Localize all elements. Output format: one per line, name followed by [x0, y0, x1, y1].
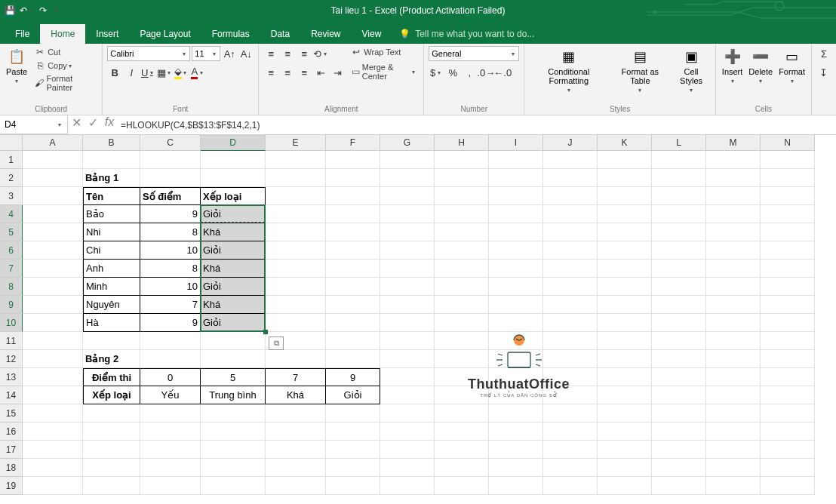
col-header-B[interactable]: B: [83, 135, 140, 151]
cell-I1[interactable]: [489, 151, 543, 169]
fill-color-button[interactable]: ⬙▾: [174, 65, 189, 80]
cell-I8[interactable]: [489, 278, 543, 296]
select-all-triangle[interactable]: [0, 135, 23, 151]
row-header-12[interactable]: 12: [0, 350, 23, 368]
row-header-6[interactable]: 6: [0, 241, 23, 260]
cell-B3[interactable]: Tên: [83, 187, 140, 205]
tab-view[interactable]: View: [352, 24, 392, 44]
cell-N19[interactable]: [761, 477, 815, 495]
tab-review[interactable]: Review: [300, 24, 351, 44]
copy-button[interactable]: ⎘Copy▾: [32, 60, 97, 72]
cell-B16[interactable]: [83, 423, 140, 441]
cell-A10[interactable]: [23, 314, 83, 332]
cell-H17[interactable]: [435, 441, 489, 459]
cell-B8[interactable]: Minh: [83, 278, 140, 296]
cell-I16[interactable]: [489, 423, 543, 441]
cell-M1[interactable]: [706, 151, 761, 169]
col-header-N[interactable]: N: [761, 135, 815, 151]
column-headers[interactable]: ABCDEFGHIJKLMN: [23, 135, 815, 151]
cell-C12[interactable]: [140, 350, 201, 368]
row-header-15[interactable]: 15: [0, 404, 23, 423]
cell-L1[interactable]: [652, 151, 706, 169]
cell-C16[interactable]: [140, 423, 201, 441]
col-header-I[interactable]: I: [489, 135, 543, 151]
cell-J5[interactable]: [543, 223, 598, 241]
row-header-2[interactable]: 2: [0, 169, 23, 187]
cell-A3[interactable]: [23, 187, 83, 205]
enter-icon[interactable]: ✓: [85, 115, 101, 134]
cell-D14[interactable]: Trung bình: [201, 386, 266, 404]
tab-home[interactable]: Home: [40, 24, 85, 44]
cell-G2[interactable]: [380, 169, 435, 187]
font-name-select[interactable]: Calibri▾: [107, 46, 190, 61]
cell-C14[interactable]: Yếu: [140, 386, 201, 404]
cell-A14[interactable]: [23, 386, 83, 404]
cell-C19[interactable]: [140, 477, 201, 495]
decrease-font-icon[interactable]: A↓: [238, 46, 254, 61]
cell-G11[interactable]: [380, 332, 435, 350]
cell-G16[interactable]: [380, 423, 435, 441]
cell-L4[interactable]: [652, 205, 706, 223]
cell-C5[interactable]: 8: [140, 223, 201, 241]
row-header-14[interactable]: 14: [0, 386, 23, 404]
cell-H8[interactable]: [435, 278, 489, 296]
cell-C18[interactable]: [140, 459, 201, 477]
cell-H12[interactable]: [435, 350, 489, 368]
cell-N12[interactable]: [761, 350, 815, 368]
cell-K3[interactable]: [598, 187, 652, 205]
font-size-select[interactable]: 11▾: [192, 46, 220, 61]
cell-M16[interactable]: [706, 423, 761, 441]
cell-I9[interactable]: [489, 296, 543, 314]
cell-K18[interactable]: [598, 459, 652, 477]
cell-H6[interactable]: [435, 241, 489, 260]
cell-M9[interactable]: [706, 296, 761, 314]
cell-H3[interactable]: [435, 187, 489, 205]
cell-I7[interactable]: [489, 260, 543, 278]
cell-D5[interactable]: Khá: [201, 223, 266, 241]
cell-J3[interactable]: [543, 187, 598, 205]
col-header-D[interactable]: D: [201, 135, 266, 151]
align-middle-icon[interactable]: ≡: [280, 46, 295, 61]
cell-I11[interactable]: [489, 332, 543, 350]
cell-F18[interactable]: [326, 459, 380, 477]
cell-B15[interactable]: [83, 404, 140, 423]
cell-J19[interactable]: [543, 477, 598, 495]
redo-icon[interactable]: ↷: [36, 4, 50, 17]
cell-N6[interactable]: [761, 241, 815, 260]
cell-D2[interactable]: [201, 169, 266, 187]
cell-I4[interactable]: [489, 205, 543, 223]
cell-B10[interactable]: Hà: [83, 314, 140, 332]
cell-N18[interactable]: [761, 459, 815, 477]
cell-D12[interactable]: [201, 350, 266, 368]
cell-D17[interactable]: [201, 441, 266, 459]
cell-L13[interactable]: [652, 368, 706, 386]
cell-E8[interactable]: [266, 278, 326, 296]
cell-C10[interactable]: 9: [140, 314, 201, 332]
tab-page-layout[interactable]: Page Layout: [129, 24, 201, 44]
cell-M8[interactable]: [706, 278, 761, 296]
cell-I17[interactable]: [489, 441, 543, 459]
row-headers[interactable]: 12345678910111213141516171819: [0, 151, 23, 495]
cell-M6[interactable]: [706, 241, 761, 260]
cell-C2[interactable]: [140, 169, 201, 187]
cell-G12[interactable]: [380, 350, 435, 368]
cell-M15[interactable]: [706, 404, 761, 423]
row-header-4[interactable]: 4: [0, 205, 23, 223]
cell-J13[interactable]: [543, 368, 598, 386]
cell-N17[interactable]: [761, 441, 815, 459]
cell-I6[interactable]: [489, 241, 543, 260]
col-header-M[interactable]: M: [706, 135, 761, 151]
border-button[interactable]: ▦▾: [157, 65, 172, 80]
cell-K10[interactable]: [598, 314, 652, 332]
cell-I15[interactable]: [489, 404, 543, 423]
col-header-E[interactable]: E: [266, 135, 326, 151]
cell-B9[interactable]: Nguyên: [83, 296, 140, 314]
percent-icon[interactable]: %: [445, 65, 460, 80]
cell-I10[interactable]: [489, 314, 543, 332]
merge-center-button[interactable]: ▭Merge & Center▾: [348, 62, 419, 81]
cell-A1[interactable]: [23, 151, 83, 169]
cell-F12[interactable]: [326, 350, 380, 368]
cell-K16[interactable]: [598, 423, 652, 441]
cell-M18[interactable]: [706, 459, 761, 477]
cell-M2[interactable]: [706, 169, 761, 187]
